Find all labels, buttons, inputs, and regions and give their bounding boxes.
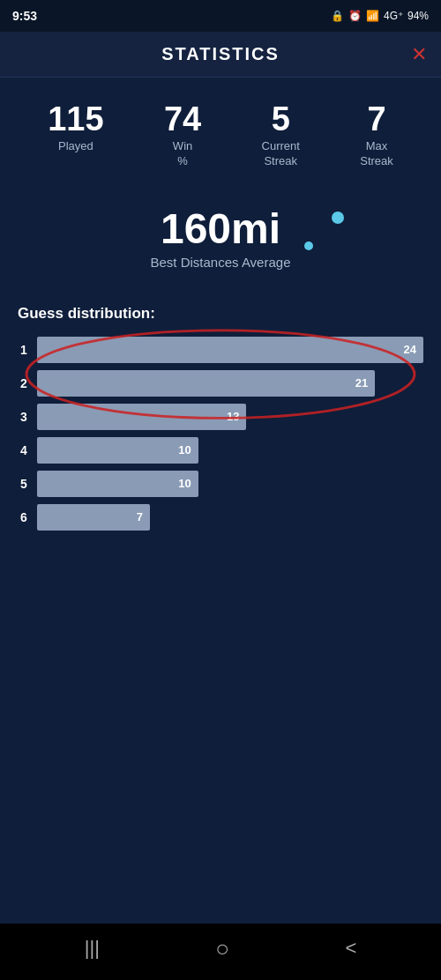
stat-max-streak-label: MaxStreak: [360, 139, 393, 169]
bar-label-6: 6: [18, 510, 30, 524]
alarm-icon: ⏰: [348, 10, 362, 22]
bar-fill-3: 13: [37, 404, 246, 430]
bar-container-3: 13: [37, 404, 423, 430]
battery-icon: 94%: [407, 10, 429, 22]
bar-container-4: 10: [37, 437, 423, 464]
spacer: [0, 555, 441, 924]
bar-label-5: 5: [18, 477, 30, 491]
stat-max-streak-value: 7: [367, 102, 385, 136]
distribution-title: Guess distribution:: [18, 305, 423, 323]
close-button[interactable]: ✕: [411, 45, 427, 64]
bar-count-2: 21: [355, 376, 368, 390]
bar-count-5: 10: [178, 477, 191, 490]
stat-max-streak: 7 MaxStreak: [360, 102, 393, 169]
lock-icon: 🔒: [331, 10, 344, 22]
bar-row-4: 4 10: [18, 437, 423, 464]
bar-container-6: 7: [37, 504, 423, 531]
bar-count-6: 7: [137, 510, 143, 523]
bar-fill-2: 21: [37, 370, 375, 397]
status-bar: 9:53 🔒 ⏰ 📶 4G⁺ 94%: [0, 0, 441, 32]
status-icons: 🔒 ⏰ 📶 4G⁺ 94%: [331, 10, 429, 22]
distance-section: 160mi Best Distances Average: [0, 187, 441, 296]
stat-win-pct-label: Win%: [173, 139, 192, 169]
bar-fill-5: 10: [37, 471, 198, 497]
bar-label-1: 1: [18, 343, 30, 357]
nav-bar: ||| ○ <: [0, 924, 441, 980]
nav-back-icon[interactable]: <: [345, 937, 356, 960]
wifi-icon: 📶: [366, 10, 379, 22]
bar-label-2: 2: [18, 376, 30, 390]
stat-current-streak-value: 5: [272, 102, 290, 136]
bar-count-1: 24: [404, 343, 416, 356]
bar-row-3: 3 13: [18, 404, 423, 430]
stat-played-label: Played: [58, 139, 93, 154]
dot-large: [332, 212, 344, 224]
stat-played: 115 Played: [48, 102, 103, 154]
bar-count-3: 13: [227, 410, 239, 423]
stat-win-pct: 74 Win%: [164, 102, 201, 169]
bar-container-1: 24: [37, 337, 423, 363]
stat-current-streak: 5 CurrentStreak: [262, 102, 300, 169]
bar-row-5: 5 10: [18, 471, 423, 497]
status-time: 9:53: [12, 9, 37, 23]
page-title: STATISTICS: [161, 44, 280, 64]
distribution-section: Guess distribution: 1 24 2 21 3 13: [0, 296, 441, 555]
bar-row-1: 1 24: [18, 337, 423, 363]
bar-count-4: 10: [178, 443, 191, 457]
bar-fill-1: 24: [37, 337, 423, 363]
bar-row-6: 6 7: [18, 504, 423, 531]
dot-small: [304, 241, 313, 250]
bar-row-2: 2 21: [18, 370, 423, 397]
bar-label-3: 3: [18, 410, 30, 424]
signal-text: 4G⁺: [384, 10, 403, 22]
header: STATISTICS ✕: [0, 32, 441, 78]
stat-win-pct-value: 74: [164, 102, 201, 136]
stats-row: 115 Played 74 Win% 5 CurrentStreak 7 Max…: [0, 78, 441, 187]
nav-menu-icon[interactable]: |||: [85, 937, 100, 960]
nav-home-icon[interactable]: ○: [215, 935, 229, 962]
bar-container-2: 21: [37, 370, 423, 397]
bar-fill-6: 7: [37, 504, 150, 531]
distance-value: 160mi: [161, 204, 280, 253]
bar-label-4: 4: [18, 443, 30, 457]
stat-played-value: 115: [48, 102, 103, 136]
bar-container-5: 10: [37, 471, 423, 497]
stat-current-streak-label: CurrentStreak: [262, 139, 300, 169]
bars-wrapper: 1 24 2 21 3 13 4: [18, 337, 423, 531]
distance-label: Best Distances Average: [151, 255, 291, 270]
bar-fill-4: 10: [37, 437, 198, 464]
